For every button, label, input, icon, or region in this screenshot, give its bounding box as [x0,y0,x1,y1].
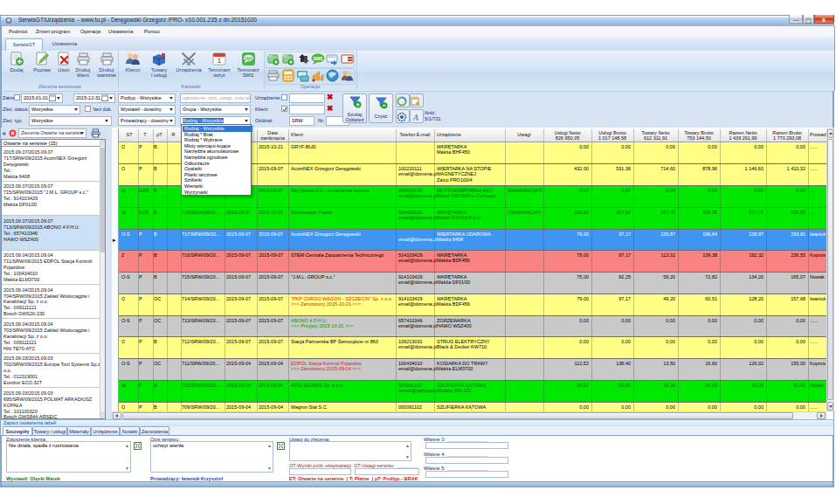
svg-text:1: 1 [218,57,222,65]
svg-text:SMS: SMS [244,57,252,61]
svg-text:SMS: SMS [314,56,324,61]
svg-text:A: A [412,113,419,122]
